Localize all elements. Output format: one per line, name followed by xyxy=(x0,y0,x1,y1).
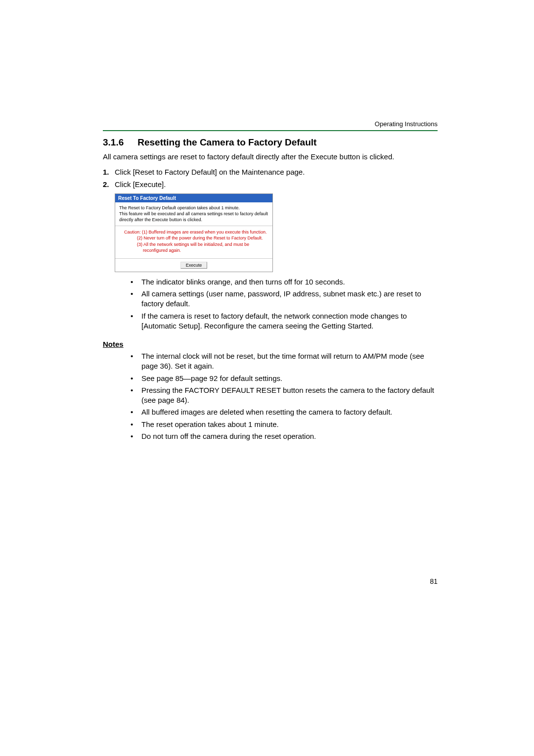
step-text: Click [Execute]. xyxy=(115,180,166,189)
step-text: Click [Reset to Factory Default] on the … xyxy=(115,168,305,176)
dialog-title: Reset To Factory Default xyxy=(115,194,272,202)
caution-line-2: (2) Never turn off the power during the … xyxy=(119,235,268,241)
post-steps-bullets: The indicator blinks orange, and then tu… xyxy=(131,277,438,331)
caution-line-3: (3) All the network settings will be ini… xyxy=(119,241,268,253)
intro-paragraph: All camera settings are reset to factory… xyxy=(103,152,438,162)
notes-list: The internal clock will not be reset, bu… xyxy=(131,351,438,441)
list-item: All camera settings (user name, password… xyxy=(131,289,438,309)
steps-list: 1.Click [Reset to Factory Default] on th… xyxy=(103,167,438,189)
section-title-text: Resetting the Camera to Factory Default xyxy=(137,137,316,147)
page-number: 81 xyxy=(430,577,438,585)
notes-heading: Notes xyxy=(103,340,438,348)
section-number: 3.1.6 xyxy=(103,137,124,148)
list-item: Pressing the FACTORY DEFAULT RESET butto… xyxy=(131,385,438,406)
dialog-body-line2: This feature will be executed and all ca… xyxy=(119,211,268,223)
list-item: If the camera is reset to factory defaul… xyxy=(131,311,438,331)
step-1: 1.Click [Reset to Factory Default] on th… xyxy=(103,167,438,177)
list-item: See page 85—page 92 for default settings… xyxy=(131,374,438,383)
reset-dialog: Reset To Factory Default The Reset to Fa… xyxy=(115,193,273,272)
dialog-body: The Reset to Factory Default operation t… xyxy=(115,202,272,226)
dialog-body-line1: The Reset to Factory Default operation t… xyxy=(119,205,268,211)
list-item: The internal clock will not be reset, bu… xyxy=(131,351,438,372)
running-header: Operating Instructions xyxy=(103,120,438,131)
list-item: All buffered images are deleted when res… xyxy=(131,407,438,417)
step-2: 2.Click [Execute]. xyxy=(103,179,438,189)
step-number: 2. xyxy=(103,179,109,189)
list-item: The reset operation takes about 1 minute… xyxy=(131,420,438,429)
caution-label: Caution: xyxy=(124,230,141,235)
dialog-footer: Execute xyxy=(115,258,272,272)
execute-button[interactable]: Execute xyxy=(180,262,208,269)
caution-line-1: Caution: (1) Buffered images are erased … xyxy=(119,229,268,235)
step-number: 1. xyxy=(103,167,109,177)
dialog-caution: Caution: (1) Buffered images are erased … xyxy=(115,226,272,258)
section-heading: 3.1.6Resetting the Camera to Factory Def… xyxy=(103,137,438,148)
list-item: The indicator blinks orange, and then tu… xyxy=(131,277,438,287)
list-item: Do not turn off the camera during the re… xyxy=(131,431,438,441)
